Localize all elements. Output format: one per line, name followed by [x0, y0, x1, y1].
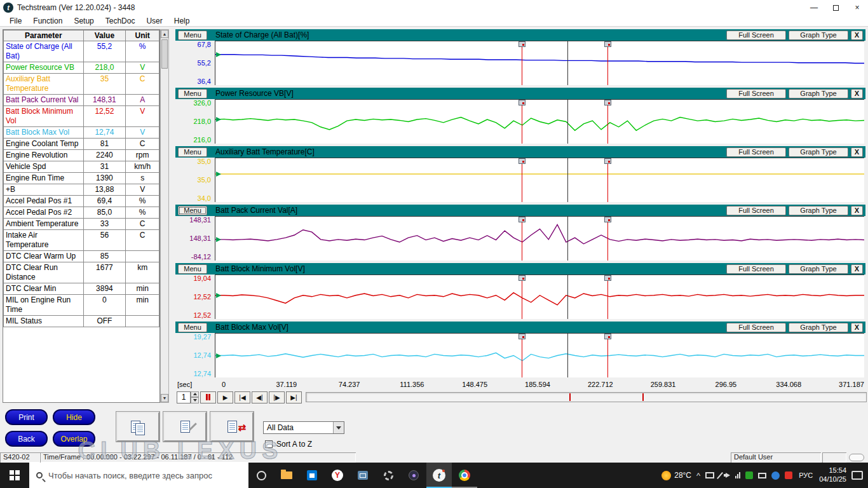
cursor-flag[interactable] [519, 334, 526, 339]
table-row[interactable]: Engine Coolant Temp81C [4, 139, 159, 150]
taskbar-weather[interactable]: 28°C [661, 471, 691, 480]
overlap-button[interactable]: Overlap [53, 431, 95, 447]
taskbar-chrome-icon[interactable] [452, 463, 477, 488]
graph-type-button[interactable]: Graph Type [789, 323, 848, 332]
cursor-flag[interactable] [519, 100, 526, 105]
data-filter-dropdown[interactable]: All Data [263, 421, 344, 434]
minimize-button[interactable]: — [803, 0, 825, 15]
taskbar-explorer-icon[interactable] [274, 463, 299, 488]
full-screen-button[interactable]: Full Screen [726, 264, 786, 274]
taskbar-store-icon[interactable] [299, 463, 325, 488]
scroll-up-button[interactable]: ▲ [161, 30, 168, 38]
cursor-flag[interactable] [604, 158, 611, 164]
table-row[interactable]: Accel Pedal Pos #169,4% [4, 196, 159, 207]
close-graph-button[interactable]: X [851, 206, 863, 215]
close-graph-button[interactable]: X [851, 323, 863, 332]
taskbar-settings-icon[interactable] [376, 463, 401, 488]
cursor-flag[interactable] [519, 158, 526, 164]
back-button[interactable]: Back [5, 431, 48, 447]
step-back-button[interactable]: ◀| [252, 391, 268, 403]
table-row[interactable]: +B13,88V [4, 184, 159, 196]
taskbar-techstream-icon[interactable]: t [426, 463, 452, 488]
cursor-flag[interactable] [604, 334, 611, 339]
pen-tray-icon[interactable] [717, 471, 723, 478]
taskbar-cortana-icon[interactable] [248, 463, 274, 488]
menu-item-help[interactable]: Help [168, 17, 196, 25]
sort-checkbox[interactable] [265, 440, 273, 448]
step-forward-button[interactable]: |▶ [269, 391, 285, 403]
graph-type-button[interactable]: Graph Type [789, 147, 848, 157]
cursor-flag[interactable] [519, 217, 526, 222]
monitor-tray-icon[interactable] [758, 473, 766, 478]
taskbar-clock[interactable]: 15:54 04/10/25 [819, 466, 846, 484]
print-button[interactable]: Print [5, 409, 48, 425]
full-screen-button[interactable]: Full Screen [726, 89, 786, 98]
language-indicator[interactable]: РУС [797, 471, 814, 479]
graph-menu-button[interactable]: Menu [178, 89, 207, 98]
play-button[interactable]: ▶ [217, 391, 233, 403]
menu-item-file[interactable]: File [4, 17, 27, 25]
graph-type-button[interactable]: Graph Type [789, 264, 848, 274]
skip-to-end-button[interactable]: ▶| [286, 391, 302, 403]
close-graph-button[interactable]: X [851, 89, 863, 98]
scrollbar-thumb[interactable] [161, 39, 168, 69]
graph-type-button[interactable]: Graph Type [789, 89, 848, 98]
red-app-tray-icon[interactable] [785, 471, 792, 479]
compare-data-button[interactable]: ⇄ [210, 412, 254, 442]
graph-type-button[interactable]: Graph Type [789, 30, 848, 40]
speaker-icon[interactable] [726, 473, 730, 478]
table-row[interactable]: Auxiliary Batt Temperature35C [4, 74, 159, 95]
taskbar-screenshot-icon[interactable] [401, 463, 426, 488]
full-screen-button[interactable]: Full Screen [726, 323, 786, 332]
hidden-icons-chevron[interactable]: ^ [696, 471, 700, 480]
table-row[interactable]: MIL on Engine Run Time0min [4, 295, 159, 316]
pause-button[interactable] [200, 391, 216, 403]
taskbar-yandex-icon[interactable]: Y [325, 463, 350, 488]
skip-to-start-button[interactable]: |◀ [234, 391, 250, 403]
menu-item-function[interactable]: Function [27, 17, 68, 25]
graph-menu-button[interactable]: Menu [178, 147, 207, 157]
table-row[interactable]: Power Resource VB218,0V [4, 62, 159, 74]
full-screen-button[interactable]: Full Screen [726, 147, 786, 157]
taskbar-search[interactable]: Чтобы начать поиск, введите здесь запрос [29, 463, 248, 488]
globe-tray-icon[interactable] [771, 471, 780, 480]
close-button[interactable]: × [846, 0, 868, 15]
table-row[interactable]: State of Charge (All Bat)55,2% [4, 41, 159, 62]
cursor-flag[interactable] [604, 100, 611, 105]
frame-spinner[interactable]: 1 [177, 391, 199, 403]
table-row[interactable]: Batt Block Minimum Vol12,52V [4, 106, 159, 127]
antivirus-tray-icon[interactable] [745, 471, 753, 479]
close-graph-button[interactable]: X [851, 30, 863, 40]
table-row[interactable]: Batt Pack Current Val148,31A [4, 95, 159, 106]
display-tray-icon[interactable] [705, 472, 714, 478]
cursor-flag[interactable] [519, 41, 526, 47]
dropdown-arrow[interactable] [333, 422, 344, 433]
graph-menu-button[interactable]: Menu [178, 30, 207, 40]
graph-menu-button[interactable]: Menu [178, 264, 207, 274]
start-button[interactable] [0, 463, 29, 488]
full-screen-button[interactable]: Full Screen [726, 30, 786, 40]
close-graph-button[interactable]: X [851, 264, 863, 274]
table-row[interactable]: Ambient Temperature33C [4, 219, 159, 230]
full-screen-button[interactable]: Full Screen [726, 206, 786, 215]
cursor-flag[interactable] [604, 275, 611, 281]
table-row[interactable]: Intake Air Temperature56C [4, 230, 159, 251]
cursor-flag[interactable] [519, 275, 526, 281]
table-row[interactable]: Engine Revolution2240rpm [4, 150, 159, 161]
taskbar-mail-icon[interactable] [350, 463, 376, 488]
menu-item-user[interactable]: User [140, 17, 168, 25]
spinner-up-button[interactable] [191, 391, 199, 398]
table-scrollbar[interactable]: ▲ ▼ [160, 29, 169, 403]
spinner-down-button[interactable] [191, 397, 199, 403]
table-row[interactable]: MIL StatusOFF [4, 316, 159, 327]
table-row[interactable]: Batt Block Max Vol12,74V [4, 127, 159, 139]
table-row[interactable]: DTC Clear Run Distance1677km [4, 262, 159, 283]
graph-menu-button[interactable]: Menu [178, 206, 207, 215]
menu-item-setup[interactable]: Setup [68, 17, 99, 25]
hide-button[interactable]: Hide [53, 409, 95, 425]
notification-icon[interactable] [851, 471, 863, 480]
table-row[interactable]: Engine Run Time1390s [4, 173, 159, 184]
table-row[interactable]: Vehicle Spd31km/h [4, 161, 159, 173]
table-row[interactable]: Accel Pedal Pos #285,0% [4, 207, 159, 219]
graph-menu-button[interactable]: Menu [178, 323, 207, 332]
